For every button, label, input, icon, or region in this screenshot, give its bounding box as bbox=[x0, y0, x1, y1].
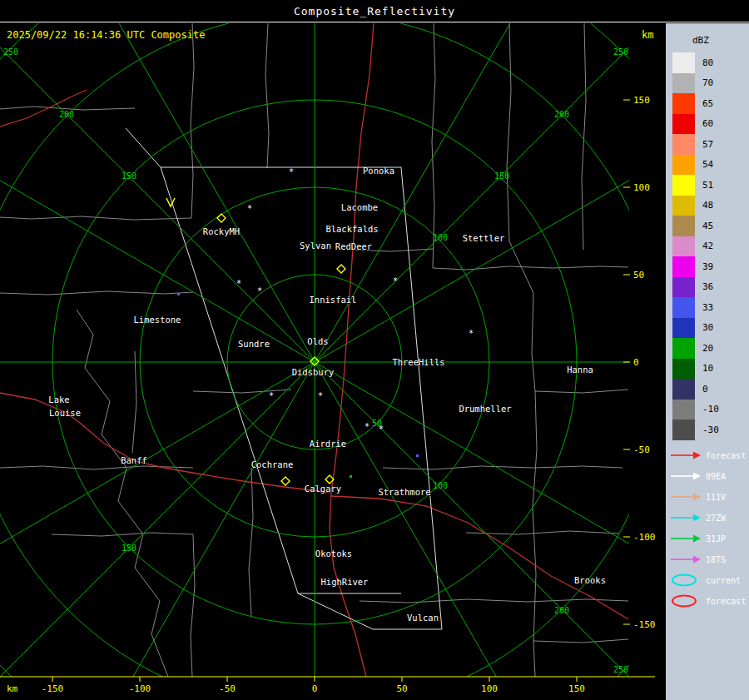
bottom-axis-label: 50 bbox=[396, 683, 407, 694]
city-label: Banff bbox=[121, 455, 147, 465]
radar-site-marker bbox=[337, 265, 345, 273]
scale-color-block bbox=[672, 297, 695, 318]
right-axis-unit-label: km bbox=[642, 29, 653, 41]
city-label: Okotoks bbox=[315, 549, 352, 559]
city-label: Lake bbox=[48, 395, 69, 405]
legend-ellipse-icon bbox=[670, 594, 702, 608]
station-marker: * bbox=[379, 424, 384, 434]
legend-label: 31JP bbox=[706, 534, 726, 544]
city-label: Didsbury bbox=[292, 367, 335, 377]
city-label: ThreeHills bbox=[392, 357, 444, 367]
scale-row: 0 bbox=[666, 379, 749, 400]
scale-value-label: 39 bbox=[702, 261, 713, 272]
scale-row: 10 bbox=[666, 359, 749, 380]
city-label: Innisfail bbox=[310, 295, 357, 305]
city-label: Ponoka bbox=[363, 166, 394, 176]
legend-row: 09EA bbox=[666, 466, 749, 487]
city-label: Limestone bbox=[134, 315, 181, 325]
bottom-axis-label: -50 bbox=[219, 683, 236, 694]
legend-label: 18TS bbox=[706, 555, 726, 564]
radar-site-marker bbox=[281, 477, 290, 485]
station-marker: * bbox=[289, 167, 294, 176]
scale-value-label: 42 bbox=[702, 241, 713, 251]
scale-row: 70 bbox=[666, 73, 749, 94]
station-marker: * bbox=[393, 276, 398, 285]
scale-color-block bbox=[672, 93, 695, 114]
city-label: Strathmore bbox=[378, 487, 430, 497]
station-marker: * bbox=[257, 286, 262, 295]
scale-row: 65 bbox=[666, 93, 749, 114]
scale-value-label: 0 bbox=[702, 384, 708, 395]
ring-distance-label: 250 bbox=[3, 47, 18, 57]
city-label: Sundre bbox=[238, 339, 270, 349]
legend-arrow-icon bbox=[670, 469, 702, 483]
station-marker: * bbox=[365, 422, 370, 431]
scale-color-block bbox=[672, 175, 695, 196]
legend-row: 27ZW bbox=[666, 508, 749, 529]
legend-arrow-icon bbox=[670, 490, 702, 504]
dbz-color-scale: 807065605754514845423936333020100-10-30 bbox=[666, 52, 749, 440]
ring-distance-label: 150 bbox=[122, 171, 136, 181]
ring-distance-label: 200 bbox=[554, 110, 569, 119]
station-marker: * bbox=[318, 391, 323, 400]
scale-value-label: 51 bbox=[702, 180, 713, 191]
city-label: Vulcan bbox=[407, 613, 439, 623]
city-label: Drumheller bbox=[459, 404, 511, 414]
legend-row: current bbox=[666, 570, 749, 591]
scale-value-label: 60 bbox=[702, 118, 713, 129]
scale-row: 54 bbox=[666, 155, 749, 176]
city-label: Blackfalds bbox=[325, 224, 378, 234]
scale-color-block bbox=[672, 196, 695, 216]
scale-color-block bbox=[672, 379, 695, 400]
scale-color-block bbox=[672, 420, 695, 440]
scale-color-block bbox=[672, 52, 695, 73]
city-label: Olds bbox=[307, 336, 328, 346]
legend-arrow-icon bbox=[670, 511, 702, 524]
legend-row: 31JP bbox=[666, 529, 749, 549]
ring-distance-label: 150 bbox=[122, 544, 136, 553]
scale-value-label: 10 bbox=[702, 363, 713, 374]
legend-row: 18TS bbox=[666, 549, 749, 570]
radar-map-canvas[interactable]: 50100100150150150200200200250250250Ponok… bbox=[0, 0, 749, 700]
scale-color-block bbox=[672, 236, 695, 257]
city-label: RedDeer bbox=[335, 241, 372, 251]
right-axis-label: -50 bbox=[633, 444, 650, 455]
scale-value-label: 54 bbox=[702, 159, 713, 170]
city-label: Lacombe bbox=[341, 202, 378, 212]
scale-color-block bbox=[672, 338, 695, 359]
legend-ellipse-icon bbox=[670, 573, 702, 587]
scale-value-label: -10 bbox=[702, 404, 719, 415]
ring-distance-label: 200 bbox=[59, 110, 74, 119]
scale-color-block bbox=[672, 359, 695, 380]
radar-coverage-outline bbox=[126, 128, 442, 629]
scale-row: 20 bbox=[666, 338, 749, 359]
scale-color-block bbox=[672, 216, 695, 236]
scale-row: 30 bbox=[666, 318, 749, 339]
right-axis-label: -150 bbox=[633, 619, 656, 630]
ring-distance-label: 200 bbox=[554, 606, 569, 615]
legend-row: 111V bbox=[666, 487, 749, 508]
legend-row: forecast bbox=[666, 591, 749, 612]
scale-value-label: 70 bbox=[702, 77, 713, 88]
scale-color-block bbox=[672, 400, 695, 420]
scale-row: 80 bbox=[666, 52, 749, 73]
scale-color-block bbox=[672, 134, 695, 155]
scale-row: 57 bbox=[666, 134, 749, 155]
city-label: Brooks bbox=[574, 575, 606, 585]
city-label: HighRiver bbox=[321, 577, 369, 587]
radar-site-marker bbox=[217, 214, 226, 222]
window-title: Composite_Reflectivity bbox=[0, 0, 749, 22]
ring-distance-label: 100 bbox=[433, 481, 448, 490]
scale-value-label: 36 bbox=[702, 281, 713, 292]
right-axis-label: 50 bbox=[633, 270, 644, 280]
station-marker: * bbox=[269, 391, 274, 400]
scale-color-block bbox=[672, 256, 695, 277]
right-axis-label: 100 bbox=[633, 182, 650, 193]
scale-row: -10 bbox=[666, 400, 749, 420]
bottom-axis-label: -150 bbox=[42, 683, 64, 694]
bottom-axis-label: 150 bbox=[568, 683, 585, 694]
station-marker: * bbox=[247, 204, 252, 213]
scale-row: 60 bbox=[666, 114, 749, 135]
legend-label: 09EA bbox=[706, 472, 726, 481]
echo-speck bbox=[416, 454, 419, 457]
